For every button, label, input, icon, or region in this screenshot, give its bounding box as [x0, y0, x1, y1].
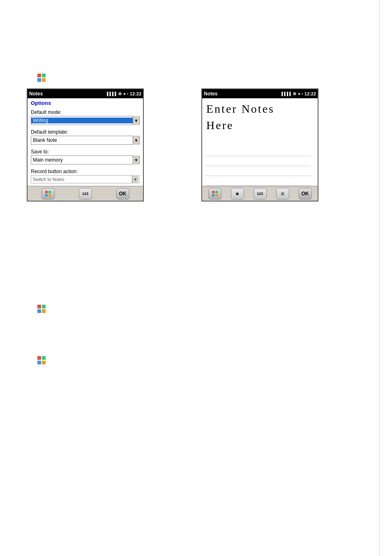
right-menu-icon: ≡	[281, 190, 284, 197]
svg-rect-14	[45, 194, 48, 197]
windows-logo-icon-3	[37, 356, 46, 366]
time-display: 12:22	[130, 91, 141, 96]
save-to-label: Save to:	[31, 149, 140, 155]
svg-rect-17	[215, 191, 218, 193]
right-win-button[interactable]	[208, 188, 221, 199]
ruled-line-4	[205, 176, 311, 186]
left-bottom-toolbar: 123 OK	[28, 186, 143, 201]
default-template-row: Default template: Blank Note ▼	[31, 129, 140, 145]
svg-rect-8	[37, 356, 41, 360]
right-ok-button[interactable]: OK	[299, 188, 312, 199]
left-win-button[interactable]	[42, 188, 55, 199]
left-status-icons: ▌▌▌▌ ⊞ ◄ ▪ 12:22	[107, 91, 141, 96]
default-template-label: Default template:	[31, 129, 140, 135]
default-mode-value[interactable]: Writing	[31, 118, 133, 123]
svg-rect-5	[42, 305, 46, 308]
right-num-button[interactable]: 123	[254, 188, 267, 199]
svg-rect-19	[215, 194, 218, 197]
right-record-button[interactable]: ●	[231, 188, 244, 199]
default-template-arrow[interactable]: ▼	[133, 136, 139, 145]
windows-logo-icon-1	[37, 73, 46, 83]
right-screen-title: Notes	[204, 91, 217, 97]
right-ok-label: OK	[302, 191, 309, 197]
svg-rect-10	[37, 361, 41, 364]
notes-content-area[interactable]: Enter Notes Here	[202, 98, 318, 186]
default-mode-arrow[interactable]: ▼	[133, 116, 139, 125]
default-mode-select[interactable]: Writing ▼	[31, 116, 140, 125]
svg-rect-11	[42, 361, 46, 364]
left-status-bar: Notes ▌▌▌▌ ⊞ ◄ ▪ 12:22	[28, 89, 143, 98]
ruled-line-2	[205, 156, 311, 166]
save-to-row: Save to: Main memory ▼	[31, 149, 140, 164]
battery-icon: ▪	[127, 92, 128, 96]
right-num-label: 123	[257, 192, 263, 196]
page-border	[379, 0, 380, 556]
record-button-label: Record button action:	[31, 169, 140, 174]
save-to-select[interactable]: Main memory ▼	[31, 155, 140, 164]
svg-rect-12	[45, 191, 48, 193]
default-template-select[interactable]: Blank Note ▼	[31, 136, 140, 145]
signal-bars: ▌▌▌▌	[107, 92, 118, 96]
svg-rect-9	[42, 356, 46, 360]
svg-rect-18	[212, 194, 214, 197]
right-record-icon: ●	[235, 190, 240, 197]
windows-logo-icon-2	[37, 304, 46, 315]
right-menu-button[interactable]: ≡	[276, 188, 289, 199]
right-battery-icon: ▪	[302, 92, 303, 96]
right-time-display: 12:22	[304, 91, 316, 96]
svg-rect-13	[48, 191, 51, 193]
right-phone-screen: Notes ▌▌▌▌ ⊞ ◄ ▪ 12:22 Enter Notes Here	[201, 88, 318, 202]
svg-rect-16	[212, 191, 214, 193]
svg-rect-7	[42, 309, 46, 313]
svg-rect-3	[42, 78, 46, 82]
sound-icon: ◄	[122, 92, 126, 96]
save-to-value[interactable]: Main memory	[31, 157, 133, 163]
network-icon: ⊞	[118, 92, 122, 96]
ruled-line-1	[205, 146, 311, 156]
default-mode-row: Default mode: Writing ▼	[31, 109, 140, 125]
right-signal-bars: ▌▌▌▌	[281, 92, 292, 96]
left-phone-screen: Notes ▌▌▌▌ ⊞ ◄ ▪ 12:22 Options Default m…	[27, 88, 144, 202]
record-button-row: Record button action: Switch to Notes ▼	[31, 169, 140, 183]
options-content: Options Default mode: Writing ▼ Default …	[28, 98, 143, 189]
svg-rect-2	[37, 78, 41, 82]
notes-line2: Here	[206, 118, 314, 133]
svg-rect-0	[37, 74, 41, 77]
switch-to-notes-arrow[interactable]: ▼	[132, 175, 138, 183]
right-bottom-toolbar: ● 123 ≡ OK	[202, 186, 318, 201]
svg-rect-15	[48, 194, 51, 197]
svg-rect-6	[37, 309, 41, 313]
svg-rect-1	[42, 74, 46, 77]
ruled-line-3	[205, 166, 311, 176]
default-template-value[interactable]: Blank Note	[31, 137, 133, 143]
right-status-bar: Notes ▌▌▌▌ ⊞ ◄ ▪ 12:22	[202, 89, 318, 98]
right-network-icon: ⊞	[293, 92, 296, 96]
left-num-button[interactable]: 123	[79, 188, 92, 199]
options-title: Options	[31, 100, 140, 106]
ruled-lines-area	[205, 146, 311, 186]
right-sound-icon: ◄	[297, 92, 301, 96]
default-mode-label: Default mode:	[31, 109, 140, 115]
left-ok-button[interactable]: OK	[116, 188, 129, 199]
right-status-icons: ▌▌▌▌ ⊞ ◄ ▪ 12:22	[281, 91, 316, 96]
left-screen-title: Notes	[29, 91, 43, 97]
left-num-label: 123	[82, 192, 88, 196]
notes-line1: Enter Notes	[206, 102, 314, 116]
switch-to-notes-select[interactable]: Switch to Notes ▼	[31, 175, 140, 183]
switch-to-notes-value: Switch to Notes	[32, 177, 132, 182]
svg-rect-4	[37, 305, 41, 308]
save-to-arrow[interactable]: ▼	[133, 155, 139, 164]
left-ok-label: OK	[119, 191, 127, 197]
